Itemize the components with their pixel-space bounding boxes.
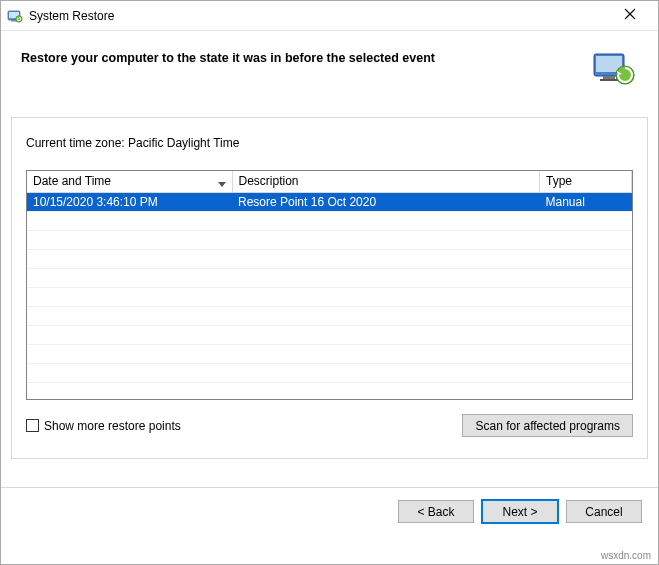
wizard-button-bar: < Back Next > Cancel — [1, 487, 658, 535]
table-row-empty — [27, 306, 632, 325]
col-datetime[interactable]: Date and Time — [27, 171, 232, 192]
back-button[interactable]: < Back — [398, 500, 474, 523]
table-row-empty — [27, 249, 632, 268]
page-heading: Restore your computer to the state it wa… — [21, 49, 592, 65]
table-header-row: Date and Time Description Type — [27, 171, 632, 192]
table-row-empty — [27, 268, 632, 287]
svg-rect-7 — [600, 79, 618, 81]
checkbox-box — [26, 419, 39, 432]
show-more-label: Show more restore points — [44, 419, 181, 433]
table-row-empty — [27, 363, 632, 382]
col-type-label: Type — [546, 174, 572, 188]
sort-descending-icon — [218, 177, 226, 191]
main-panel: Current time zone: Pacific Daylight Time… — [11, 117, 648, 459]
restore-points-table[interactable]: Date and Time Description Type 10/15/202… — [26, 170, 633, 400]
table-row-empty — [27, 211, 632, 230]
close-button[interactable] — [610, 1, 650, 31]
header: Restore your computer to the state it wa… — [1, 31, 658, 117]
show-more-checkbox[interactable]: Show more restore points — [26, 419, 181, 433]
cell-type: Manual — [540, 192, 632, 211]
system-restore-icon — [7, 8, 23, 24]
restore-monitor-icon — [592, 49, 636, 89]
table-row[interactable]: 10/15/2020 3:46:10 PMResore Point 16 Oct… — [27, 192, 632, 211]
svg-rect-6 — [603, 76, 615, 79]
panel-footer: Show more restore points Scan for affect… — [26, 414, 633, 437]
scan-programs-button[interactable]: Scan for affected programs — [462, 414, 633, 437]
close-icon — [624, 8, 636, 23]
col-type[interactable]: Type — [540, 171, 632, 192]
table-row-empty — [27, 230, 632, 249]
watermark: wsxdn.com — [601, 550, 651, 561]
table-row-empty — [27, 382, 632, 400]
col-datetime-label: Date and Time — [33, 174, 111, 188]
titlebar: System Restore — [1, 1, 658, 31]
table-row-empty — [27, 325, 632, 344]
cancel-button[interactable]: Cancel — [566, 500, 642, 523]
next-button[interactable]: Next > — [482, 500, 558, 523]
cell-datetime: 10/15/2020 3:46:10 PM — [27, 192, 232, 211]
table-row-empty — [27, 344, 632, 363]
timezone-label: Current time zone: Pacific Daylight Time — [26, 136, 633, 150]
window-title: System Restore — [29, 9, 610, 23]
cell-description: Resore Point 16 Oct 2020 — [232, 192, 540, 211]
col-description[interactable]: Description — [232, 171, 540, 192]
table-row-empty — [27, 287, 632, 306]
col-description-label: Description — [239, 174, 299, 188]
